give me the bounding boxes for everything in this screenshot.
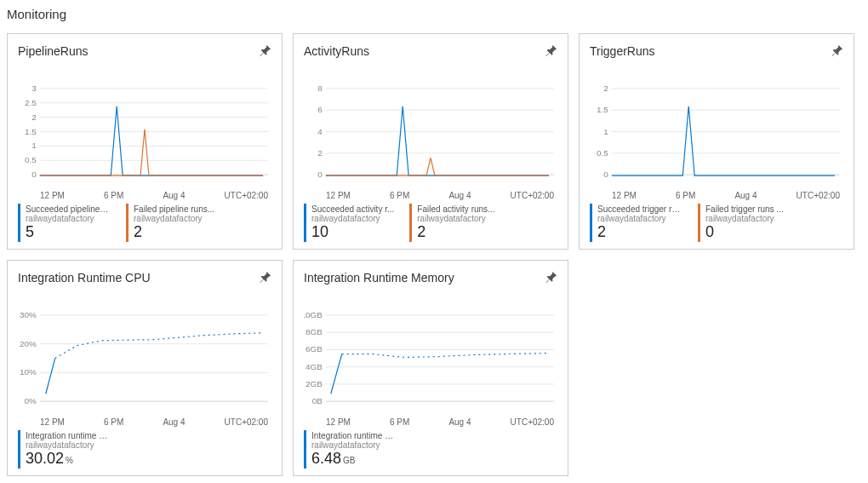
pin-icon[interactable]	[258, 44, 271, 58]
x-tick: 6 PM	[104, 417, 123, 427]
metric: Integration runtime available memory (Av…	[304, 430, 412, 469]
metrics-row: Integration runtime CPU utilization (Avg…	[18, 430, 271, 469]
metric-source: railwaydatafactory	[417, 214, 494, 223]
pin-icon[interactable]	[258, 271, 271, 285]
metric-value: 30.02%	[26, 450, 111, 468]
svg-text:2: 2	[31, 112, 37, 122]
metrics-row: Succeeded pipeline r... railwaydatafacto…	[18, 204, 271, 242]
metric-value: 10	[311, 223, 394, 241]
svg-text:1: 1	[603, 127, 608, 136]
timezone-label: UTC+02:00	[511, 191, 554, 200]
x-tick: 6 PM	[390, 191, 409, 200]
svg-text:10GB: 10GB	[304, 310, 323, 319]
tile-header: TriggerRuns	[590, 43, 843, 60]
metric-label: Failed activity runs...	[417, 204, 494, 214]
x-tick: 6 PM	[676, 191, 695, 200]
x-axis-labels: 12 PM 6 PM Aug 4 UTC+02:00	[18, 191, 271, 200]
metric-value: 6.48GB	[311, 450, 397, 468]
metric: Succeeded trigger ru... railwaydatafacto…	[590, 204, 698, 242]
metric-value: 0	[705, 223, 784, 241]
pin-icon[interactable]	[830, 44, 843, 58]
metric-label: Integration runtime CPU utilization (Avg…	[26, 431, 111, 440]
metric: Failed pipeline runs... railwaydatafacto…	[126, 204, 230, 242]
metric-value: 5	[26, 223, 111, 241]
x-tick: Aug 4	[448, 417, 471, 427]
metric: Succeeded activity r... railwaydatafacto…	[304, 204, 409, 242]
svg-text:0.5: 0.5	[25, 155, 37, 164]
tile-ir-cpu: Integration Runtime CPU 0%10%20%30% 12 P…	[7, 260, 283, 476]
x-tick: 12 PM	[40, 191, 65, 200]
svg-text:0: 0	[603, 170, 608, 179]
metric-label: Integration runtime available memory (Av…	[311, 431, 397, 440]
chart-area[interactable]: 00.511.52 12 PM 6 PM Aug 4 UTC+02:00	[590, 72, 843, 200]
x-tick: 12 PM	[326, 191, 351, 200]
svg-text:0%: 0%	[25, 396, 37, 405]
metric-source: railwaydatafactory	[311, 440, 397, 450]
x-axis-labels: 12 PM 6 PM Aug 4 UTC+02:00	[304, 191, 557, 200]
metric-label: Succeeded pipeline r...	[26, 204, 111, 214]
tile-title: Integration Runtime CPU	[18, 271, 151, 285]
metric-label: Succeeded activity r...	[311, 204, 394, 214]
tile-header: ActivityRuns	[304, 43, 557, 60]
svg-text:20%: 20%	[20, 339, 37, 348]
x-axis-labels: 12 PM 6 PM Aug 4 UTC+02:00	[18, 417, 271, 427]
svg-text:30%: 30%	[20, 310, 37, 319]
metric-source: railwaydatafactory	[134, 214, 214, 223]
metrics-row: Succeeded trigger ru... railwaydatafacto…	[590, 204, 843, 242]
svg-text:8GB: 8GB	[306, 327, 323, 336]
metric-source: railwaydatafactory	[705, 214, 784, 223]
chart-area[interactable]: 02468 12 PM 6 PM Aug 4 UTC+02:00	[304, 72, 557, 200]
x-tick: Aug 4	[163, 417, 185, 427]
tile-title: TriggerRuns	[590, 44, 655, 58]
metrics-row: Succeeded activity r... railwaydatafacto…	[304, 204, 557, 242]
tile-ir-memory: Integration Runtime Memory 0B2GB4GB6GB8G…	[293, 260, 568, 476]
tile-header: PipelineRuns	[18, 43, 271, 60]
metrics-row: Integration runtime available memory (Av…	[304, 430, 557, 469]
metric-label: Failed trigger runs ...	[705, 204, 784, 214]
svg-text:0: 0	[317, 170, 323, 179]
svg-text:6: 6	[317, 105, 323, 114]
x-tick: 12 PM	[326, 417, 351, 427]
chart-area[interactable]: 00.511.522.53 12 PM 6 PM Aug 4 UTC+02:00	[18, 72, 271, 200]
metric: Failed trigger runs ... railwaydatafacto…	[698, 204, 799, 242]
tiles-container: PipelineRuns 00.511.522.53 12 PM 6 PM Au…	[7, 33, 861, 476]
svg-text:1: 1	[31, 141, 37, 150]
metric-source: railwaydatafactory	[26, 214, 111, 223]
svg-text:0: 0	[31, 170, 37, 179]
x-axis-labels: 12 PM 6 PM Aug 4 UTC+02:00	[304, 417, 557, 427]
metric: Succeeded pipeline r... railwaydatafacto…	[18, 204, 126, 242]
chart-area[interactable]: 0%10%20%30% 12 PM 6 PM Aug 4 UTC+02:00	[18, 298, 271, 427]
svg-text:2GB: 2GB	[306, 379, 323, 388]
svg-text:0B: 0B	[312, 396, 323, 405]
metric-value: 2	[134, 223, 214, 241]
chart-area[interactable]: 0B2GB4GB6GB8GB10GB 12 PM 6 PM Aug 4 UTC+…	[304, 298, 557, 427]
tile-header: Integration Runtime CPU	[18, 269, 271, 286]
metric: Failed activity runs... railwaydatafacto…	[409, 204, 510, 242]
svg-text:1.5: 1.5	[25, 127, 37, 136]
metric: Integration runtime CPU utilization (Avg…	[18, 430, 126, 469]
x-tick: Aug 4	[734, 191, 757, 200]
timezone-label: UTC+02:00	[225, 191, 268, 200]
pin-icon[interactable]	[544, 271, 557, 285]
x-tick: Aug 4	[163, 191, 185, 200]
x-tick: Aug 4	[448, 191, 471, 200]
tile-title: PipelineRuns	[18, 44, 89, 58]
svg-text:4: 4	[317, 127, 323, 136]
metric-label: Succeeded trigger ru...	[597, 204, 682, 214]
svg-text:6GB: 6GB	[306, 344, 323, 354]
x-tick: 6 PM	[104, 191, 123, 200]
metric-value: 2	[417, 223, 494, 241]
metric-source: railwaydatafactory	[597, 214, 682, 223]
tile-header: Integration Runtime Memory	[304, 269, 557, 286]
timezone-label: UTC+02:00	[797, 191, 840, 200]
x-axis-labels: 12 PM 6 PM Aug 4 UTC+02:00	[590, 191, 843, 200]
x-tick: 6 PM	[390, 417, 409, 427]
tile-activity-runs: ActivityRuns 02468 12 PM 6 PM Aug 4 UTC+…	[293, 33, 568, 250]
svg-text:2.5: 2.5	[25, 98, 37, 107]
svg-text:2: 2	[603, 83, 608, 93]
x-tick: 12 PM	[40, 417, 65, 427]
pin-icon[interactable]	[544, 44, 557, 58]
tile-title: ActivityRuns	[304, 44, 369, 58]
tile-pipeline-runs: PipelineRuns 00.511.522.53 12 PM 6 PM Au…	[7, 33, 283, 250]
timezone-label: UTC+02:00	[225, 417, 268, 427]
